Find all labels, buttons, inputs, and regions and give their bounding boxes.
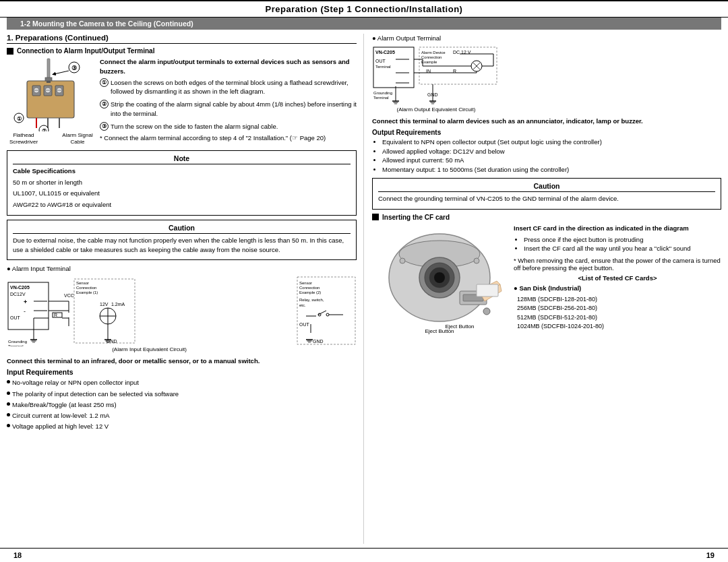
output-requirements: Equivalent to NPN open collector output … (372, 137, 721, 175)
svg-text:Example (2): Example (2) (299, 290, 321, 294)
input-req-5: Voltage applied at high level: 12 V (7, 422, 357, 431)
svg-text:Terminal: Terminal (375, 65, 391, 69)
cf-card-3: 512MB (SDCFBI-512-201-80) (517, 313, 721, 323)
output-req-title: Output Requirements (372, 129, 721, 136)
svg-text:Connection: Connection (76, 286, 96, 290)
svg-text:1.2mA: 1.2mA (111, 302, 125, 307)
black-square-icon-2 (372, 214, 379, 220)
dot-icon-3 (7, 402, 10, 406)
alarm-signal-label: Alarm Signal Cable (61, 132, 94, 146)
caution-text-left: Due to external noise, the cable may not… (13, 236, 351, 255)
step-2-text: Strip the coating of the alarm signal ca… (111, 100, 357, 119)
svg-line-15 (54, 71, 69, 74)
svg-line-68 (318, 311, 326, 315)
cf-insert-info: Insert CF card in the direction as indic… (514, 224, 721, 332)
svg-text:Alarm Device: Alarm Device (421, 51, 446, 55)
step-1-num: ① (100, 78, 109, 87)
input-req-3: Make/Break/Toggle (at least 250 ms) (7, 400, 357, 409)
page-number-left: 18 (13, 551, 22, 559)
svg-point-69 (326, 313, 329, 316)
cf-cards-list: 128MB (SDCFBI-128-201-80) 256MB (SDCFBI-… (514, 295, 721, 332)
output-req-3: Allowed input current: 50 mA (382, 156, 721, 165)
cable-spec-1: 50 m or shorter in length (13, 178, 351, 187)
instructions-area: Connect the alarm input/output terminals… (100, 57, 357, 146)
dot-icon-1 (7, 380, 10, 383)
flathead-label: Flathead Screwdriver (7, 132, 40, 146)
connect-bold-text: Connect the alarm input/output terminals… (100, 57, 357, 76)
alarm-output-label: ● Alarm Output Terminal (372, 34, 721, 43)
cf-insert-area: Eject Button Eject Button Insert CF card… (372, 224, 721, 335)
svg-text:12V: 12V (100, 302, 109, 307)
svg-text:OUT: OUT (299, 322, 310, 327)
svg-text:VN-C205: VN-C205 (10, 285, 30, 290)
svg-text:GND: GND (313, 339, 324, 344)
alarm-input-circuit: VN-C205 DC12V + - OUT R (7, 276, 292, 353)
page-footer: 18 19 (0, 548, 728, 562)
caution-text-right: Connect the grounding terminal of VN-C20… (378, 194, 715, 204)
alarm-input-equiv: (Alarm Input Equivalent Circuit) (7, 346, 292, 353)
step-3: ③ Turn the screw on the side to fasten t… (100, 122, 357, 131)
cf-card-4: 1024MB (SDCFBI-1024-201-80) (517, 322, 721, 332)
svg-text:Example: Example (421, 60, 437, 64)
dot-icon-5 (7, 424, 10, 427)
svg-text:DC12V: DC12V (10, 292, 26, 296)
input-req-1: No-voltage relay or NPN open collector i… (7, 378, 357, 387)
dot-icon-4 (7, 413, 10, 416)
note-title: Note (13, 154, 351, 164)
svg-text:Terminal: Terminal (373, 96, 389, 100)
dot-icon-2 (7, 392, 10, 395)
page-title: Preparation (Step 1 Connection/Installat… (266, 4, 463, 14)
svg-text:Relay, switch,: Relay, switch, (299, 298, 324, 302)
alarm-io-title-text: Connection to Alarm Input/Output Termina… (17, 47, 154, 55)
alarm-output-circuit: VN-C205 OUT Terminal Alarm Device Connec… (372, 46, 500, 113)
alarm-output-diagram-area: VN-C205 OUT Terminal Alarm Device Connec… (372, 46, 721, 113)
svg-text:②: ② (42, 128, 47, 131)
svg-text:Sensor: Sensor (299, 281, 312, 285)
sub-header: 1-2 Mounting the Camera to the Ceiling (… (7, 18, 721, 30)
svg-rect-10 (47, 59, 50, 79)
caution-box-left: Caution Due to external noise, the cable… (7, 220, 357, 261)
sub-header-text: 1-2 Mounting the Camera to the Ceiling (… (20, 20, 193, 28)
svg-point-120 (474, 258, 479, 263)
cable-spec-title: Cable Specifications (13, 166, 351, 176)
alarm-output-equiv: (Alarm Output Equivalent Circuit) (372, 106, 500, 113)
insert-cf-note: * When removing the card, ensure that th… (514, 257, 721, 272)
inserting-cf-section: Inserting the CF card (372, 214, 721, 335)
main-content: 1. Preparations (Continued) Connection t… (0, 30, 728, 548)
svg-point-118 (434, 272, 445, 283)
output-req-4: Momentary output: 1 to 5000ms (Set durat… (382, 165, 721, 175)
svg-text:①: ① (17, 116, 22, 122)
input-req-2: The polarity of input detection can be s… (7, 389, 357, 398)
input-req-4: Circuit current at low-level: 1.2 mA (7, 411, 357, 420)
svg-text:Connection: Connection (421, 55, 442, 59)
svg-rect-12 (47, 81, 51, 83)
alarm-input-label: ● Alarm Input Terminal (7, 264, 357, 274)
svg-text:VN-C205: VN-C205 (375, 50, 395, 55)
svg-rect-125 (477, 284, 498, 296)
svg-text:Example (1): Example (1) (76, 290, 98, 294)
svg-text:-: - (24, 308, 26, 315)
svg-point-123 (483, 308, 490, 315)
top-header: Preparation (Step 1 Connection/Installat… (0, 0, 728, 18)
svg-text:VCC: VCC (64, 293, 74, 298)
svg-text:③: ③ (71, 65, 77, 71)
step-2-num: ② (100, 100, 109, 108)
output-req-1: Equivalent to NPN open collector output … (382, 137, 721, 147)
step-1: ① Loosen the screws on both edges of the… (100, 78, 357, 97)
page-container: Preparation (Step 1 Connection/Installat… (0, 0, 728, 562)
svg-text:etc.: etc. (299, 303, 306, 307)
svg-text:Terminal: Terminal (8, 344, 24, 346)
svg-text:OUT: OUT (10, 315, 21, 320)
camera-image-area: Eject Button Eject Button (372, 224, 507, 335)
inserting-cf-title-text: Inserting the CF card (382, 214, 450, 221)
svg-text:Grounding: Grounding (8, 340, 27, 344)
insert-step-2: Insert the CF card all the way until you… (524, 244, 721, 253)
cf-cards-title: <List of Tested CF Cards> (514, 274, 721, 282)
svg-text:OUT: OUT (375, 59, 386, 63)
input-req-title: Input Requirements (7, 368, 357, 376)
cf-card-1: 128MB (SDCFBI-128-201-80) (517, 295, 721, 305)
caution-box-right: Caution Connect the grounding terminal o… (372, 178, 721, 210)
output-req-2: Allowed applied voltage: DC12V and below (382, 147, 721, 156)
insert-cf-bold: Insert CF card in the direction as indic… (514, 224, 721, 233)
svg-text:Sensor: Sensor (76, 281, 89, 285)
